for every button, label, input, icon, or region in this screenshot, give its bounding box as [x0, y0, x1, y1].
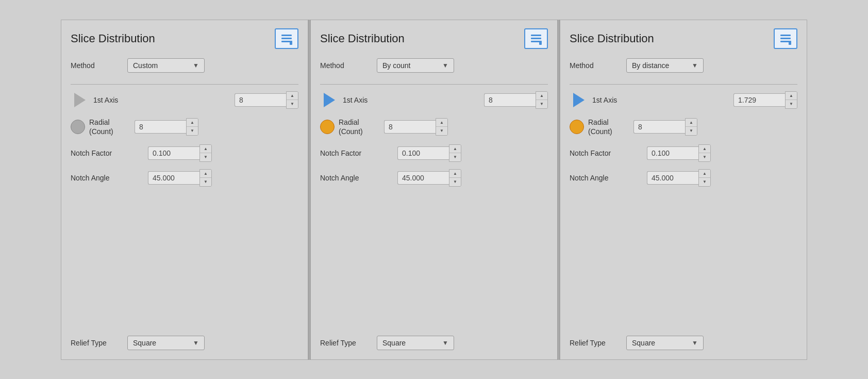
- panel-2: Slice Distribution MethodBy count▼1st Ax…: [310, 20, 558, 360]
- panel-title: Slice Distribution: [320, 32, 405, 45]
- svg-rect-7: [539, 41, 542, 45]
- spinner-up-button[interactable]: ▲: [699, 145, 710, 153]
- notch-angle-row: Notch Angle▲▼: [71, 169, 298, 187]
- spinner-group: ▲▼: [397, 169, 461, 187]
- notch-angle-row: Notch Angle▲▼: [320, 169, 548, 187]
- axis-value-input[interactable]: [484, 93, 536, 107]
- relief-type-dropdown[interactable]: Square▼: [626, 336, 704, 350]
- radial-circle-icon: [320, 120, 335, 134]
- axis-value-input[interactable]: [733, 93, 785, 107]
- spinner-down-button[interactable]: ▼: [786, 100, 797, 108]
- spinner-buttons: ▲▼: [436, 118, 448, 136]
- radial-label: Radial(Count): [339, 118, 380, 136]
- spinner-buttons: ▲▼: [186, 118, 198, 136]
- spinner-down-button[interactable]: ▼: [200, 178, 211, 186]
- spinner-up-button[interactable]: ▲: [699, 170, 710, 178]
- spinner-up-button[interactable]: ▲: [449, 170, 461, 178]
- spinner-buttons: ▲▼: [199, 169, 212, 187]
- spinner-group: ▲▼: [384, 118, 448, 136]
- spinner-up-button[interactable]: ▲: [287, 92, 298, 100]
- axis-triangle-icon: [71, 91, 89, 109]
- notch-factor-input[interactable]: [647, 146, 698, 160]
- notch-factor-row: Notch Factor▲▼: [71, 144, 298, 162]
- spinner-down-button[interactable]: ▼: [200, 153, 211, 161]
- svg-rect-11: [789, 41, 791, 45]
- panels-container: Slice Distribution MethodCustom▼1st Axis…: [61, 20, 807, 360]
- panel-header: Slice Distribution: [570, 28, 797, 49]
- spinner-group: ▲▼: [148, 169, 212, 187]
- radial-circle-icon: [71, 120, 85, 134]
- spinner-down-button[interactable]: ▼: [449, 178, 461, 186]
- relief-type-value: Square: [133, 339, 156, 347]
- dropdown-arrow-icon: ▼: [193, 62, 199, 69]
- svg-rect-4: [531, 35, 541, 36]
- method-value: By distance: [632, 61, 669, 70]
- notch-factor-input[interactable]: [148, 146, 199, 160]
- spinner-up-button[interactable]: ▲: [187, 119, 198, 127]
- section-divider: [570, 84, 797, 85]
- notch-angle-input[interactable]: [148, 171, 199, 185]
- notch-angle-input[interactable]: [647, 171, 698, 185]
- radial-value-input[interactable]: [384, 120, 436, 134]
- radial-value-input[interactable]: [135, 120, 186, 134]
- spinner-down-button[interactable]: ▼: [187, 127, 198, 135]
- axis-row: 1st Axis▲▼: [570, 91, 797, 109]
- spinner-down-button[interactable]: ▼: [686, 127, 697, 135]
- relief-type-dropdown[interactable]: Square▼: [127, 336, 205, 350]
- spinner-down-button[interactable]: ▼: [436, 127, 447, 135]
- spinner-down-button[interactable]: ▼: [699, 153, 710, 161]
- list-icon-button[interactable]: [275, 28, 298, 49]
- method-label: Method: [71, 61, 127, 70]
- axis-value-input[interactable]: [235, 93, 286, 107]
- spinner-down-button[interactable]: ▼: [536, 100, 547, 108]
- dropdown-arrow-icon: ▼: [442, 339, 448, 347]
- axis-triangle-icon: [320, 91, 339, 109]
- axis-label: 1st Axis: [592, 96, 729, 104]
- spinner-up-button[interactable]: ▲: [786, 92, 797, 100]
- spinner-up-button[interactable]: ▲: [449, 145, 461, 153]
- spinner-down-button[interactable]: ▼: [287, 100, 298, 108]
- notch-factor-input[interactable]: [397, 146, 449, 160]
- axis-label: 1st Axis: [343, 96, 480, 104]
- spinner-group: ▲▼: [733, 91, 797, 109]
- spinner-buttons: ▲▼: [698, 169, 711, 187]
- relief-type-dropdown[interactable]: Square▼: [377, 336, 454, 350]
- spinner-up-button[interactable]: ▲: [200, 170, 211, 178]
- list-icon-button[interactable]: [774, 28, 797, 49]
- axis-row: 1st Axis▲▼: [320, 91, 548, 109]
- relief-type-label: Relief Type: [71, 339, 127, 347]
- panel-3: Slice Distribution MethodBy distance▼1st…: [560, 20, 807, 360]
- relief-type-row: Relief TypeSquare▼: [570, 336, 797, 350]
- notch-angle-label: Notch Angle: [320, 174, 397, 182]
- panel-title: Slice Distribution: [570, 32, 654, 45]
- section-divider: [320, 84, 548, 85]
- spinner-buttons: ▲▼: [698, 144, 711, 162]
- notch-angle-input[interactable]: [397, 171, 449, 185]
- spinner-down-button[interactable]: ▼: [699, 178, 710, 186]
- method-dropdown[interactable]: By count▼: [377, 58, 454, 73]
- notch-factor-label: Notch Factor: [570, 149, 647, 157]
- spinner-group: ▲▼: [135, 118, 198, 136]
- relief-type-value: Square: [632, 339, 655, 347]
- notch-angle-row: Notch Angle▲▼: [570, 169, 797, 187]
- radial-value-input[interactable]: [633, 120, 685, 134]
- spinner-up-button[interactable]: ▲: [436, 119, 447, 127]
- spinner-down-button[interactable]: ▼: [449, 153, 461, 161]
- radial-row: Radial(Count)▲▼: [71, 118, 298, 136]
- method-row: MethodBy distance▼: [570, 58, 797, 73]
- notch-factor-label: Notch Factor: [320, 149, 397, 157]
- spinner-up-button[interactable]: ▲: [200, 145, 211, 153]
- notch-angle-label: Notch Angle: [570, 174, 647, 182]
- method-label: Method: [570, 61, 626, 70]
- spinner-up-button[interactable]: ▲: [536, 92, 547, 100]
- spinner-up-button[interactable]: ▲: [686, 119, 697, 127]
- method-dropdown[interactable]: By distance▼: [626, 58, 704, 73]
- panel-header: Slice Distribution: [71, 28, 298, 49]
- spinner-buttons: ▲▼: [685, 118, 697, 136]
- list-icon-button[interactable]: [524, 28, 548, 49]
- method-row: MethodBy count▼: [320, 58, 548, 73]
- spinner-group: ▲▼: [235, 91, 298, 109]
- spinner-buttons: ▲▼: [536, 91, 548, 109]
- spinner-group: ▲▼: [484, 91, 548, 109]
- method-dropdown[interactable]: Custom▼: [127, 58, 205, 73]
